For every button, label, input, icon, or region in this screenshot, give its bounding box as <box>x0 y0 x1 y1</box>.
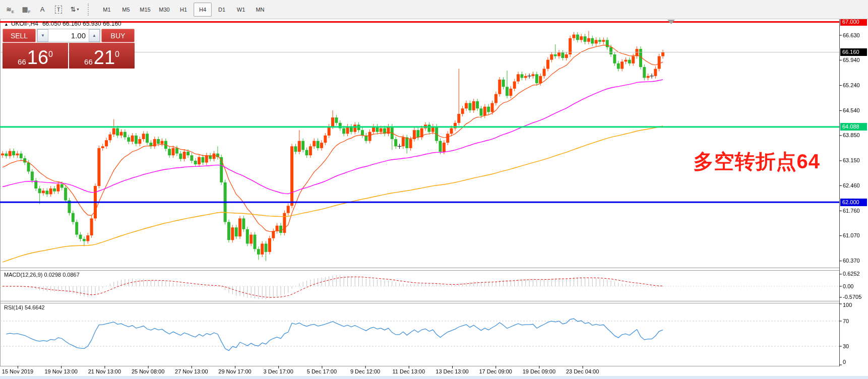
macd-label: MACD(12,26,9) 0.0298 0.0867 <box>4 272 80 278</box>
price-tick-label: 62.460 <box>843 182 867 189</box>
one-click-trading-panel: SELL ▼ ▲ BUY 66 16 0 66 21 0 <box>3 29 135 69</box>
time-tick-label: 29 Nov 17:00 <box>212 368 258 374</box>
toolbar: ≋E▦FAT⇅▾ M1M5M15M30H1H4D1W1MN <box>0 0 868 19</box>
rsi-label: RSI(14) 54.6642 <box>4 304 45 310</box>
timeframe-button-mn[interactable]: MN <box>251 3 269 17</box>
indicator-list-icon[interactable]: ≋E <box>3 2 17 17</box>
macd-tick-label: 0.00 <box>843 283 867 290</box>
time-tick-label: 19 Dec 09:00 <box>516 368 562 374</box>
timeframe-button-m5[interactable]: M5 <box>117 3 135 17</box>
icon-subscript: F <box>28 10 31 14</box>
arrange-objects-icon: ⇅ <box>71 6 76 13</box>
price-tick-label: 63.150 <box>843 157 867 164</box>
time-tick-label: 25 Nov 08:00 <box>125 368 171 374</box>
bid-price-tile[interactable]: 66 16 0 <box>3 43 68 69</box>
timeframe-button-m15[interactable]: M15 <box>136 3 154 17</box>
time-tick-label: 13 Dec 13:00 <box>429 368 475 374</box>
ask-pipette: 0 <box>115 50 119 58</box>
drawing-tools-group: ≋E▦FAT⇅▾ <box>0 0 85 19</box>
price-badge: 62.000 <box>840 199 867 206</box>
ask-main: 21 <box>94 49 115 66</box>
price-tick-label: 60.370 <box>843 258 867 264</box>
icon-subscript: E <box>12 10 14 14</box>
time-tick-label: 23 Dec 04:00 <box>560 368 606 374</box>
timeframe-button-m30[interactable]: M30 <box>155 3 173 17</box>
time-tick-label: 21 Nov 13:00 <box>81 368 128 374</box>
timeframe-button-h1[interactable]: H1 <box>174 3 193 17</box>
ask-prefix: 66 <box>84 58 93 66</box>
price-tick-label: 61.760 <box>843 208 867 214</box>
price-badge: 64.088 <box>840 123 867 131</box>
timeframe-button-m1[interactable]: M1 <box>98 3 116 17</box>
rsi-tick-label: 30 <box>843 343 867 350</box>
time-tick-label: 27 Nov 13:00 <box>168 368 215 374</box>
ohlc-values: 66.050 66.160 65.930 66.160 <box>42 20 121 27</box>
timeframe-button-d1[interactable]: D1 <box>213 3 231 17</box>
price-tick-label: 61.070 <box>843 232 867 239</box>
time-tick-label: 19 Nov 13:00 <box>38 368 84 374</box>
chart-title: ▲UKOil-,H466.050 66.160 65.930 66.160 <box>4 20 121 27</box>
price-tick-label: 65.940 <box>843 57 867 64</box>
symbol-marker-icon: ▲ <box>4 22 9 27</box>
buy-button[interactable]: BUY <box>101 29 135 42</box>
price-badge: 66.160 <box>840 48 867 56</box>
chevron-down-icon: ▾ <box>77 7 79 12</box>
text-label-icon[interactable]: A <box>35 2 49 17</box>
triangle-down-icon: ▼ <box>41 33 45 38</box>
macd-tick-label: -0.5705 <box>843 294 867 300</box>
bid-pipette: 0 <box>48 50 53 58</box>
volume-increase-button[interactable]: ▲ <box>89 29 100 42</box>
price-badge: 67.000 <box>840 18 867 26</box>
bid-prefix: 66 <box>18 58 26 66</box>
price-tick-label: 66.630 <box>843 32 867 39</box>
status-strip <box>0 376 868 379</box>
sell-button[interactable]: SELL <box>3 29 36 42</box>
grid-properties-icon: ▦ <box>22 6 28 13</box>
bid-main: 16 <box>27 49 48 66</box>
time-tick-label: 5 Dec 17:00 <box>298 368 345 374</box>
text-label-icon: A <box>40 6 45 13</box>
timeframe-group: M1M5M15M30H1H4D1W1MN <box>95 0 272 19</box>
time-tick-label: 17 Dec 09:00 <box>472 368 519 374</box>
price-tick-label: 63.850 <box>843 132 867 139</box>
time-tick-label: 15 Nov 2019 <box>0 368 41 374</box>
symbol-period-label: UKOil-,H4 <box>11 20 38 27</box>
text-box-icon[interactable]: T <box>51 2 66 17</box>
time-tick-label: 3 Dec 17:00 <box>255 368 301 374</box>
ask-price-tile[interactable]: 66 21 0 <box>69 43 135 69</box>
indicator-list-icon: ≋ <box>6 6 12 13</box>
timeframe-button-h4[interactable]: H4 <box>194 3 212 17</box>
price-tick-label: 64.540 <box>843 107 867 114</box>
rsi-tick-label: 70 <box>843 318 867 325</box>
volume-input[interactable] <box>48 29 89 42</box>
volume-spinner: ▼ ▲ <box>37 29 100 42</box>
text-box-icon: T <box>55 6 63 14</box>
triangle-up-icon: ▲ <box>92 33 96 38</box>
time-tick-label: 11 Dec 13:00 <box>386 368 432 374</box>
rsi-tick-label: 0 <box>843 359 867 365</box>
time-tick-label: 9 Dec 12:00 <box>342 368 389 374</box>
grid-properties-icon[interactable]: ▦F <box>19 2 33 17</box>
macd-tick-label: 0.6252 <box>843 271 867 277</box>
price-tick-label: 65.240 <box>843 82 867 89</box>
rsi-tick-label: 100 <box>843 302 867 308</box>
volume-decrease-button[interactable]: ▼ <box>37 29 48 42</box>
timeframe-button-w1[interactable]: W1 <box>232 3 250 17</box>
arrange-objects-icon[interactable]: ⇅▾ <box>68 2 82 17</box>
chart-annotation-text: 多空转折点64 <box>694 148 821 175</box>
toolbar-grip <box>88 4 92 16</box>
